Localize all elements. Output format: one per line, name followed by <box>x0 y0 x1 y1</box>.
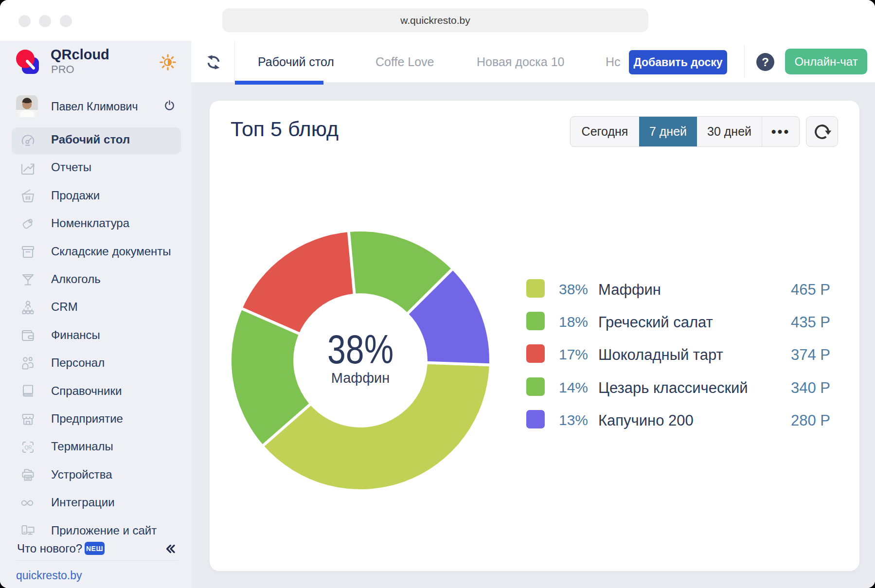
svg-text:QR: QR <box>25 445 32 450</box>
